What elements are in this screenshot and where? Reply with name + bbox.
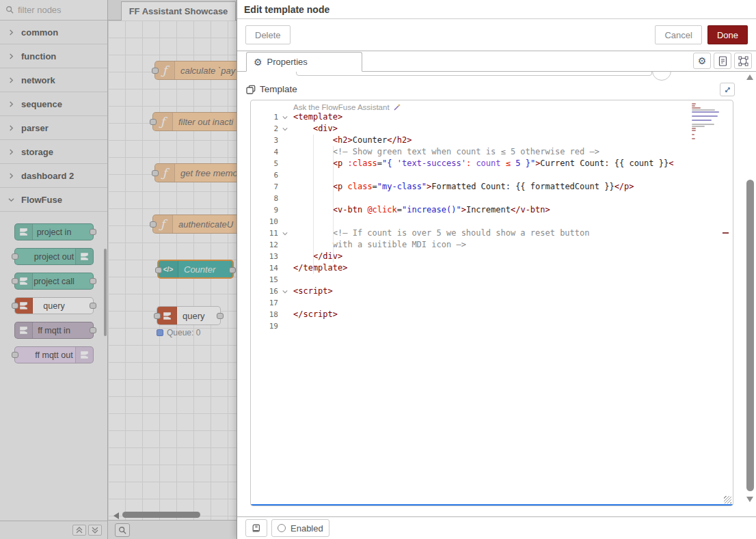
node-port-right[interactable] bbox=[217, 313, 224, 319]
line-number: 8 bbox=[251, 193, 278, 204]
resize-grip[interactable] bbox=[724, 496, 731, 503]
line-number: 6 bbox=[251, 169, 278, 181]
palette-category-flowfuse[interactable]: FlowFuse bbox=[0, 188, 107, 212]
palette-category-dashboard-2[interactable]: dashboard 2 bbox=[0, 164, 107, 188]
flow-node-counter[interactable]: </>Counter bbox=[157, 260, 234, 279]
code-text: <template> bbox=[292, 111, 342, 123]
cancel-button[interactable]: Cancel bbox=[655, 25, 701, 44]
chevron-down-icon bbox=[8, 193, 14, 206]
line-number: 16 bbox=[251, 286, 278, 297]
node-port-right[interactable] bbox=[229, 267, 236, 273]
palette-category-function[interactable]: function bbox=[0, 44, 107, 68]
description-tab-button[interactable] bbox=[714, 53, 731, 69]
code-text bbox=[292, 193, 293, 204]
zoom-search-button[interactable] bbox=[115, 523, 130, 537]
palette-node-label: project call bbox=[33, 277, 75, 286]
editor-line: 19 bbox=[251, 320, 733, 332]
node-port-right[interactable] bbox=[90, 327, 96, 333]
indent-guide bbox=[333, 146, 334, 262]
code-text: </template> bbox=[292, 262, 347, 274]
scroll-down-arrow[interactable] bbox=[746, 497, 753, 502]
node-port-left[interactable] bbox=[155, 267, 162, 273]
code-text: <p :class="{ 'text-success': count ≤ 5 }… bbox=[292, 158, 673, 169]
dialog-scrollbar-thumb[interactable] bbox=[746, 180, 754, 491]
node-port-right[interactable] bbox=[90, 229, 96, 235]
dialog-content: Template Ask the FlowFuse Assistant 1<te… bbox=[237, 72, 756, 516]
flow-node-get-free-memo[interactable]: ƒget free memo bbox=[154, 163, 237, 182]
copy-icon bbox=[246, 85, 256, 94]
palette-category-sequence[interactable]: sequence bbox=[0, 92, 107, 116]
palette-scrollbar-thumb[interactable] bbox=[104, 249, 107, 336]
chevron-right-icon bbox=[8, 122, 14, 134]
palette-category-label: storage bbox=[21, 147, 53, 157]
palette-node-project-out[interactable]: project out bbox=[14, 248, 94, 265]
code-text: <script> bbox=[292, 286, 333, 297]
book-icon bbox=[252, 524, 261, 533]
node-port-left[interactable] bbox=[150, 221, 157, 227]
tab-properties[interactable]: ⚙ Properties bbox=[246, 52, 362, 72]
workspace-tab[interactable]: FF Assistant Showcase bbox=[121, 1, 236, 20]
flow-node-filter-out-inacti[interactable]: ƒfilter out inacti bbox=[152, 112, 237, 131]
editor-expand-button[interactable] bbox=[720, 83, 735, 96]
assistant-hint[interactable]: Ask the FlowFuse Assistant bbox=[293, 102, 401, 112]
palette-category-network[interactable]: network bbox=[0, 68, 107, 92]
node-port-left[interactable] bbox=[150, 119, 157, 125]
node-port-left[interactable] bbox=[154, 313, 161, 319]
palette-node-query[interactable]: query bbox=[14, 297, 94, 314]
node-port-left[interactable] bbox=[12, 303, 18, 309]
code-text bbox=[292, 274, 293, 286]
flow-node-authenticateu[interactable]: ƒauthenticateU bbox=[152, 215, 237, 234]
code-text bbox=[292, 320, 293, 332]
palette-category-storage[interactable]: storage bbox=[0, 140, 107, 164]
line-number: 1 bbox=[251, 111, 278, 123]
palette-node-ff-mqtt-out[interactable]: ff mqtt out bbox=[14, 346, 94, 363]
flow-node-label: authenticateU bbox=[178, 219, 233, 230]
palette-search-input[interactable] bbox=[18, 5, 93, 15]
line-number: 14 bbox=[251, 262, 278, 274]
flow-node-query[interactable]: query bbox=[157, 306, 221, 325]
node-port-left[interactable] bbox=[12, 278, 18, 284]
scrolled-name-input[interactable] bbox=[296, 72, 652, 76]
delete-button[interactable]: Delete bbox=[245, 25, 291, 44]
collapse-all-button[interactable] bbox=[72, 525, 86, 536]
properties-tab-button[interactable]: ⚙ bbox=[693, 53, 711, 69]
enabled-toggle[interactable]: Enabled bbox=[271, 519, 329, 537]
palette-search[interactable] bbox=[0, 0, 107, 20]
palette-categories: commonfunctionnetworksequenceparserstora… bbox=[0, 20, 107, 376]
node-port-right[interactable] bbox=[90, 303, 96, 309]
minimap[interactable] bbox=[692, 103, 720, 142]
node-port-right[interactable] bbox=[90, 278, 96, 284]
code-editor[interactable]: Ask the FlowFuse Assistant 1<template>2 … bbox=[250, 100, 733, 506]
flow-node-label: calculate `pay bbox=[180, 66, 235, 76]
palette-node-project-call[interactable]: project call bbox=[14, 273, 94, 290]
node-port-left[interactable] bbox=[12, 253, 18, 260]
flow-node-label: Counter bbox=[184, 264, 215, 275]
done-button[interactable]: Done bbox=[707, 25, 748, 44]
node-port-left[interactable] bbox=[152, 170, 159, 176]
palette-category-label: function bbox=[21, 51, 56, 61]
scrolled-circle-button[interactable] bbox=[652, 72, 671, 81]
code-text: <div> bbox=[292, 123, 338, 135]
hscroll-thumb[interactable] bbox=[122, 512, 200, 518]
expand-all-button[interactable] bbox=[88, 525, 102, 536]
appearance-tab-button[interactable] bbox=[734, 53, 752, 69]
node-status: Queue: 0 bbox=[157, 328, 200, 337]
gear-icon: ⚙ bbox=[254, 57, 262, 67]
node-port-left[interactable] bbox=[12, 352, 18, 358]
canvas-hscrollbar[interactable] bbox=[108, 510, 237, 520]
code-text bbox=[292, 169, 293, 181]
palette-node-ff-mqtt-in[interactable]: ff mqtt in bbox=[14, 322, 94, 339]
palette-category-parser[interactable]: parser bbox=[0, 116, 107, 140]
scroll-left-arrow-icon[interactable] bbox=[113, 512, 119, 519]
scroll-up-arrow[interactable] bbox=[746, 74, 753, 80]
docs-button[interactable] bbox=[245, 519, 267, 537]
editor-line: 16<script> bbox=[251, 286, 733, 297]
workspace-region: commonfunctionnetworksequenceparserstora… bbox=[0, 0, 237, 539]
flow-canvas[interactable]: ƒcalculate `payƒfilter out inactiƒget fr… bbox=[108, 20, 237, 521]
node-port-left[interactable] bbox=[152, 68, 159, 74]
flow-node-calculate-pay[interactable]: ƒcalculate `pay bbox=[154, 61, 237, 80]
line-number: 4 bbox=[251, 146, 278, 158]
palette-node-project-in[interactable]: project in bbox=[14, 223, 94, 240]
expand-icon bbox=[724, 86, 731, 94]
palette-category-common[interactable]: common bbox=[0, 20, 107, 44]
